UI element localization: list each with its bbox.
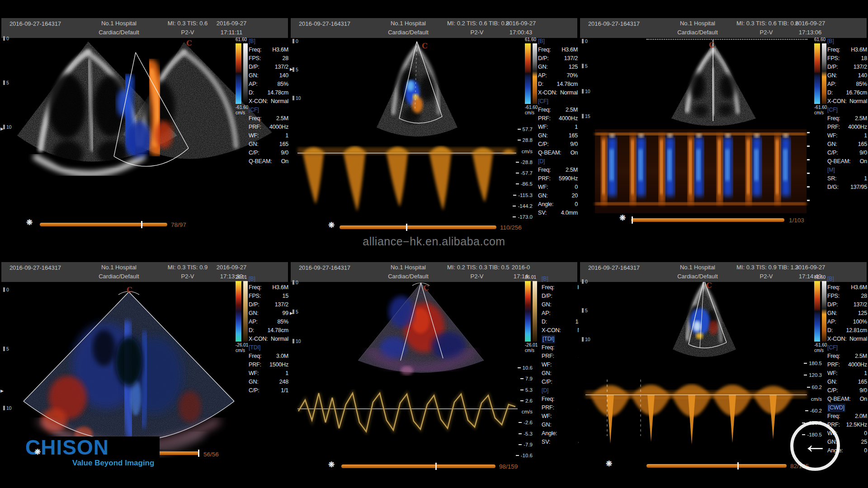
cine-scrollbar[interactable] — [646, 463, 787, 469]
param-label: D: — [249, 326, 254, 335]
param-row: PRF:1500Hz — [249, 361, 288, 369]
cine-track[interactable] — [40, 223, 167, 226]
velocity-tick: -86.5 — [505, 181, 533, 187]
cine-track[interactable] — [340, 225, 496, 229]
parameter-list: [B]Freq:H3.6MD/P:137/2GN:125AP:70%D:14.7… — [538, 37, 578, 217]
cine-scrollbar[interactable] — [40, 221, 167, 228]
param-row: GN:165 — [538, 131, 578, 140]
velocity-scale: 57.728.8cm/s-28.8-57.7-86.5-115.3-144.2-… — [505, 127, 533, 220]
param-label: GN: — [827, 309, 837, 318]
param-row: AP:100% — [827, 318, 867, 326]
tick-dash — [518, 367, 521, 368]
param-label: GN: — [249, 309, 259, 318]
param-label: D/P: — [249, 300, 259, 309]
param-label: D: — [827, 89, 833, 97]
pw-scale-bar — [822, 281, 826, 342]
param-label: PRF: — [827, 361, 840, 369]
param-row: C/P:9/0 — [249, 149, 288, 157]
panel-tdi-color: 2016-09-27-164317 No.1 Hospital Cardiac/… — [0, 244, 289, 488]
param-label: AP: — [249, 80, 258, 89]
param-group-title: [CWD] — [827, 404, 845, 412]
param-label: WF: — [249, 369, 259, 378]
exam-date: 2016-09-27 — [783, 263, 837, 272]
velocity-label: 180.5 — [809, 361, 822, 366]
panel-dual-color-doppler: 2016-09-27-164317 No.1 Hospital Cardiac/… — [0, 0, 289, 244]
param-label: GN: — [827, 71, 837, 80]
param-row: Freq:H3.6M — [827, 46, 867, 54]
cine-position-marker[interactable] — [141, 221, 142, 228]
param-label: SV: — [538, 209, 547, 217]
focus-marker: ▶ — [0, 389, 4, 393]
param-label: D: — [249, 89, 254, 97]
cine-track[interactable] — [646, 464, 787, 468]
param-group-title: [B] — [827, 275, 867, 283]
back-arrow-glyph: ← — [802, 432, 828, 457]
velocity-tick: 7.9 — [505, 376, 533, 381]
param-value: 0 — [575, 183, 578, 192]
velocity-unit: cm/s — [505, 149, 533, 154]
cine-position-marker[interactable] — [198, 450, 199, 457]
param-value: 85% — [856, 80, 867, 89]
frame-counter: 1/103 — [789, 217, 804, 224]
preset-name: Cardiac/Default — [69, 272, 169, 281]
depth-tick: 10 — [292, 96, 301, 100]
param-label: FPS: — [249, 54, 261, 63]
param-value: 137/2 — [854, 63, 867, 71]
tick-dash — [519, 433, 522, 434]
param-value: 137/2 — [275, 300, 288, 309]
param-row: GN: — [542, 300, 579, 309]
param-row: SV:4.0mm — [538, 209, 578, 217]
exam-id: 2016-09-27-164317 — [1, 19, 69, 28]
param-label: FPS: — [249, 292, 261, 300]
brand-logo: CHISON Value Beyond Imaging — [23, 436, 160, 469]
param-label: C/P: — [542, 378, 552, 386]
param-label: Freq: — [827, 46, 840, 54]
param-group-title: [CF] — [827, 343, 867, 352]
param-value: Normal — [849, 97, 867, 106]
param-label: WF: — [538, 123, 548, 131]
cine-track[interactable] — [341, 465, 495, 468]
depth-tick: 0 — [3, 287, 11, 292]
param-label: Freq: — [538, 46, 551, 54]
param-label: GN: — [827, 140, 837, 149]
param-value: 1 — [864, 131, 867, 140]
param-row: Freq:2.5M — [827, 114, 867, 123]
panel-tdi-pw: 2016-09-27-164317 No.1 Hospital Cardiac/… — [289, 244, 579, 488]
orientation-marker: C — [127, 286, 132, 294]
pw-scale-bar — [822, 43, 826, 104]
parameter-list: [B]Freq:HD/P:GN:AP:D:14X-CON:N[TDI]Freq:… — [542, 275, 579, 446]
param-row: C/P:1/1 — [249, 386, 288, 395]
velocity-tick: 5.3 — [505, 387, 533, 393]
param-row: PRF:4000Hz — [827, 361, 867, 369]
velocity-tick: -144.2 — [505, 203, 533, 209]
param-value: 25 — [861, 438, 867, 446]
cine-position-marker[interactable] — [406, 224, 407, 231]
param-value: 18 — [861, 54, 867, 63]
param-label: X-CON: — [827, 97, 847, 106]
param-row: PRF:1 — [542, 352, 579, 361]
param-value: 1500Hz — [269, 361, 288, 369]
cine-scrollbar[interactable] — [341, 463, 495, 469]
cine-position-marker[interactable] — [435, 463, 437, 470]
cine-position-marker[interactable] — [632, 216, 633, 224]
velocity-label: -115.3 — [518, 192, 533, 198]
exam-id: 2016-09-27-164317 — [580, 19, 648, 28]
param-label: AP: — [538, 71, 547, 80]
cine-position-marker[interactable] — [737, 462, 739, 469]
tick-dash — [516, 162, 519, 163]
param-row: FPS:15 — [249, 292, 288, 300]
tick-dash — [516, 183, 519, 184]
param-label: WF: — [538, 183, 548, 192]
cine-scrollbar[interactable] — [340, 224, 496, 230]
param-value: H3.6M — [851, 283, 867, 292]
param-value: 85% — [278, 80, 288, 89]
velocity-label: 120.3 — [809, 372, 822, 378]
param-label: Q-BEAM: — [538, 149, 561, 157]
velocity-label: -5.3 — [524, 431, 533, 436]
cine-track[interactable] — [631, 218, 784, 222]
param-row: WF:0 — [538, 183, 578, 192]
tick-dash — [520, 378, 524, 379]
cine-scrollbar[interactable] — [631, 217, 784, 223]
depth-ruler: 0510 — [292, 39, 301, 100]
param-value: 165 — [858, 140, 867, 149]
